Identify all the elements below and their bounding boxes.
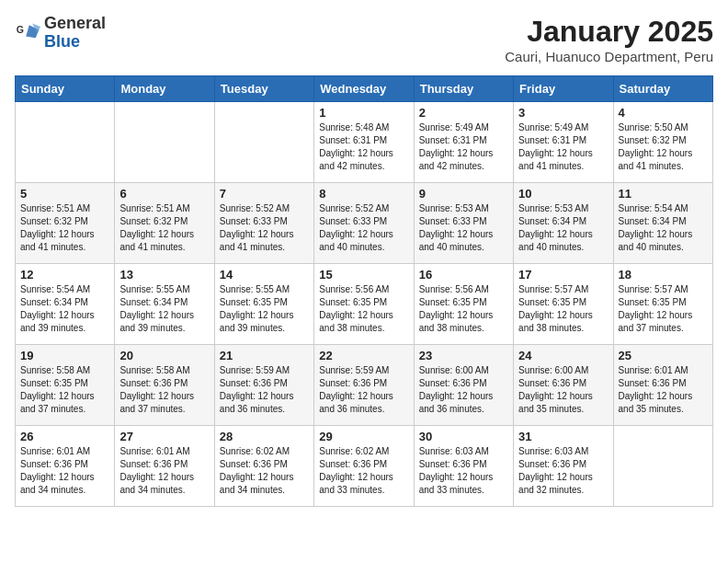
day-info: Sunrise: 5:55 AM Sunset: 6:35 PM Dayligh… — [220, 283, 309, 335]
day-number: 15 — [319, 268, 408, 282]
day-info: Sunrise: 5:54 AM Sunset: 6:34 PM Dayligh… — [619, 202, 708, 254]
calendar-cell — [16, 102, 115, 183]
calendar-cell: 24Sunrise: 6:00 AM Sunset: 6:36 PM Dayli… — [514, 345, 613, 426]
day-number: 28 — [220, 430, 309, 443]
page-header: G General Blue January 2025 Cauri, Huanu… — [15, 15, 713, 64]
day-info: Sunrise: 6:03 AM Sunset: 6:36 PM Dayligh… — [419, 445, 508, 497]
day-number: 20 — [119, 349, 209, 362]
calendar-cell: 26Sunrise: 6:01 AM Sunset: 6:36 PM Dayli… — [16, 426, 115, 507]
day-info: Sunrise: 5:50 AM Sunset: 6:32 PM Dayligh… — [619, 121, 708, 173]
calendar-cell: 11Sunrise: 5:54 AM Sunset: 6:34 PM Dayli… — [613, 183, 712, 264]
svg-text:G: G — [17, 24, 24, 35]
day-info: Sunrise: 5:58 AM Sunset: 6:36 PM Dayligh… — [119, 364, 209, 416]
calendar-cell: 16Sunrise: 5:56 AM Sunset: 6:35 PM Dayli… — [414, 264, 513, 345]
day-number: 11 — [619, 187, 708, 201]
weekday-header-tuesday: Tuesday — [214, 76, 313, 102]
calendar-cell: 17Sunrise: 5:57 AM Sunset: 6:35 PM Dayli… — [514, 264, 613, 345]
calendar-body: 1Sunrise: 5:48 AM Sunset: 6:31 PM Daylig… — [16, 102, 713, 507]
day-number: 17 — [518, 268, 608, 282]
day-number: 24 — [518, 349, 608, 362]
day-number: 16 — [419, 268, 508, 282]
day-number: 21 — [220, 349, 309, 362]
calendar-cell — [214, 102, 313, 183]
calendar-week-2: 5Sunrise: 5:51 AM Sunset: 6:32 PM Daylig… — [16, 183, 713, 264]
day-info: Sunrise: 5:53 AM Sunset: 6:34 PM Dayligh… — [518, 202, 608, 254]
day-number: 5 — [20, 187, 109, 201]
day-info: Sunrise: 5:52 AM Sunset: 6:33 PM Dayligh… — [220, 202, 309, 254]
day-info: Sunrise: 5:53 AM Sunset: 6:33 PM Dayligh… — [419, 202, 508, 254]
calendar-cell: 27Sunrise: 6:01 AM Sunset: 6:36 PM Dayli… — [115, 426, 214, 507]
calendar-cell: 30Sunrise: 6:03 AM Sunset: 6:36 PM Dayli… — [414, 426, 513, 507]
calendar-cell: 25Sunrise: 6:01 AM Sunset: 6:36 PM Dayli… — [613, 345, 712, 426]
day-info: Sunrise: 6:01 AM Sunset: 6:36 PM Dayligh… — [119, 445, 209, 497]
day-number: 22 — [319, 349, 408, 362]
day-number: 26 — [20, 430, 109, 443]
day-info: Sunrise: 5:54 AM Sunset: 6:34 PM Dayligh… — [20, 283, 109, 335]
day-info: Sunrise: 6:00 AM Sunset: 6:36 PM Dayligh… — [518, 364, 608, 416]
day-info: Sunrise: 5:51 AM Sunset: 6:32 PM Dayligh… — [119, 202, 209, 254]
day-info: Sunrise: 5:48 AM Sunset: 6:31 PM Dayligh… — [319, 121, 408, 173]
calendar-cell: 23Sunrise: 6:00 AM Sunset: 6:36 PM Dayli… — [414, 345, 513, 426]
calendar-cell: 28Sunrise: 6:02 AM Sunset: 6:36 PM Dayli… — [214, 426, 313, 507]
calendar-cell: 20Sunrise: 5:58 AM Sunset: 6:36 PM Dayli… — [115, 345, 214, 426]
calendar-cell: 18Sunrise: 5:57 AM Sunset: 6:35 PM Dayli… — [613, 264, 712, 345]
logo-blue: Blue — [44, 32, 80, 51]
calendar-cell: 5Sunrise: 5:51 AM Sunset: 6:32 PM Daylig… — [16, 183, 115, 264]
day-info: Sunrise: 5:56 AM Sunset: 6:35 PM Dayligh… — [319, 283, 408, 335]
day-info: Sunrise: 5:55 AM Sunset: 6:34 PM Dayligh… — [119, 283, 209, 335]
day-number: 29 — [319, 430, 408, 443]
day-number: 1 — [319, 106, 408, 120]
logo: G General Blue — [15, 15, 106, 52]
calendar-cell — [115, 102, 214, 183]
day-info: Sunrise: 5:59 AM Sunset: 6:36 PM Dayligh… — [319, 364, 408, 416]
calendar-week-1: 1Sunrise: 5:48 AM Sunset: 6:31 PM Daylig… — [16, 102, 713, 183]
day-info: Sunrise: 6:01 AM Sunset: 6:36 PM Dayligh… — [20, 445, 109, 497]
calendar-cell: 19Sunrise: 5:58 AM Sunset: 6:35 PM Dayli… — [16, 345, 115, 426]
day-number: 7 — [220, 187, 309, 201]
logo-general: General — [44, 14, 106, 32]
day-number: 10 — [518, 187, 608, 201]
weekday-header-thursday: Thursday — [414, 76, 513, 102]
calendar-cell: 1Sunrise: 5:48 AM Sunset: 6:31 PM Daylig… — [314, 102, 414, 183]
day-number: 30 — [419, 430, 508, 443]
calendar-cell: 21Sunrise: 5:59 AM Sunset: 6:36 PM Dayli… — [214, 345, 313, 426]
calendar-cell: 14Sunrise: 5:55 AM Sunset: 6:35 PM Dayli… — [214, 264, 313, 345]
calendar-cell: 2Sunrise: 5:49 AM Sunset: 6:31 PM Daylig… — [414, 102, 513, 183]
calendar-cell — [613, 426, 712, 507]
logo-text-block: General Blue — [44, 15, 106, 52]
day-info: Sunrise: 6:02 AM Sunset: 6:36 PM Dayligh… — [220, 445, 309, 497]
calendar-week-5: 26Sunrise: 6:01 AM Sunset: 6:36 PM Dayli… — [16, 426, 713, 507]
day-info: Sunrise: 5:57 AM Sunset: 6:35 PM Dayligh… — [619, 283, 708, 335]
day-info: Sunrise: 5:58 AM Sunset: 6:35 PM Dayligh… — [20, 364, 109, 416]
day-number: 14 — [220, 268, 309, 282]
calendar-cell: 31Sunrise: 6:03 AM Sunset: 6:36 PM Dayli… — [514, 426, 613, 507]
day-number: 2 — [419, 106, 508, 120]
calendar-cell: 6Sunrise: 5:51 AM Sunset: 6:32 PM Daylig… — [115, 183, 214, 264]
day-info: Sunrise: 5:52 AM Sunset: 6:33 PM Dayligh… — [319, 202, 408, 254]
calendar-cell: 7Sunrise: 5:52 AM Sunset: 6:33 PM Daylig… — [214, 183, 313, 264]
calendar-cell: 4Sunrise: 5:50 AM Sunset: 6:32 PM Daylig… — [613, 102, 712, 183]
day-number: 6 — [119, 187, 209, 201]
logo-icon: G — [15, 20, 40, 46]
day-info: Sunrise: 5:51 AM Sunset: 6:32 PM Dayligh… — [20, 202, 109, 254]
calendar-week-4: 19Sunrise: 5:58 AM Sunset: 6:35 PM Dayli… — [16, 345, 713, 426]
day-number: 4 — [619, 106, 708, 120]
calendar-cell: 22Sunrise: 5:59 AM Sunset: 6:36 PM Dayli… — [314, 345, 414, 426]
calendar-header-row: SundayMondayTuesdayWednesdayThursdayFrid… — [16, 76, 713, 102]
day-number: 19 — [20, 349, 109, 362]
day-number: 23 — [419, 349, 508, 362]
calendar-cell: 15Sunrise: 5:56 AM Sunset: 6:35 PM Dayli… — [314, 264, 414, 345]
day-number: 3 — [518, 106, 608, 120]
day-number: 13 — [119, 268, 209, 282]
day-number: 27 — [119, 430, 209, 443]
day-info: Sunrise: 5:56 AM Sunset: 6:35 PM Dayligh… — [419, 283, 508, 335]
calendar-cell: 12Sunrise: 5:54 AM Sunset: 6:34 PM Dayli… — [16, 264, 115, 345]
day-number: 18 — [619, 268, 708, 282]
weekday-header-monday: Monday — [115, 76, 214, 102]
day-number: 25 — [619, 349, 708, 362]
day-number: 12 — [20, 268, 109, 282]
calendar-week-3: 12Sunrise: 5:54 AM Sunset: 6:34 PM Dayli… — [16, 264, 713, 345]
day-number: 8 — [319, 187, 408, 201]
day-info: Sunrise: 5:49 AM Sunset: 6:31 PM Dayligh… — [518, 121, 608, 173]
calendar-cell: 9Sunrise: 5:53 AM Sunset: 6:33 PM Daylig… — [414, 183, 513, 264]
